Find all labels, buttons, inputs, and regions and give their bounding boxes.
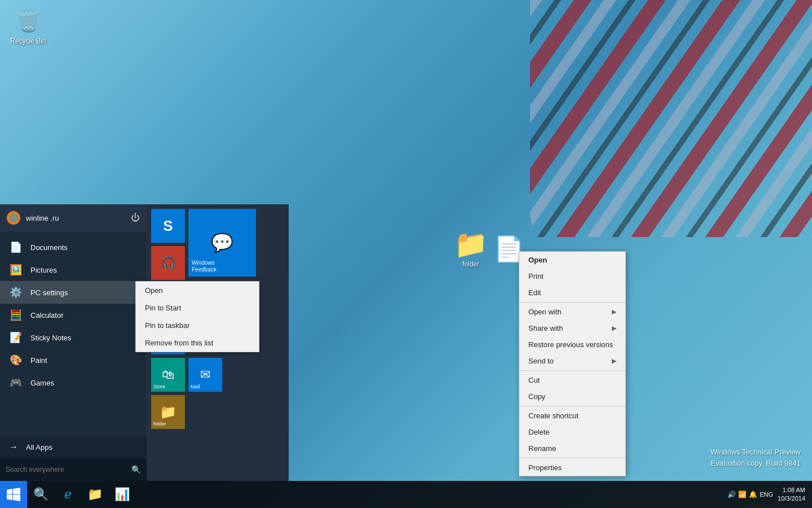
fcm-send-to[interactable]: Send to ▶ xyxy=(519,353,625,369)
battery-icon[interactable]: 🔔 xyxy=(749,491,757,498)
tile-mail[interactable]: ✉ Mail xyxy=(188,358,222,392)
open-with-arrow: ▶ xyxy=(612,308,616,316)
clock-date: 10/3/2014 xyxy=(778,494,805,503)
explorer-icon: 📁 xyxy=(87,487,103,502)
tile-feedback-label: WindowsFeedback xyxy=(192,260,217,273)
fcm-properties[interactable]: Properties xyxy=(519,459,625,476)
documents-icon: 📄 xyxy=(9,240,23,254)
tiles-row-1: S 🎧 💬 WindowsFeedback xyxy=(151,209,284,280)
fcm-share-with[interactable]: Share with ▶ xyxy=(519,320,625,336)
start-username: winline .ru xyxy=(26,214,125,222)
system-icons: 🔊 📶 🔔 ENG xyxy=(727,491,773,498)
taskbar-notification-area: 🔊 📶 🔔 ENG 1:08 AM 10/3/2014 xyxy=(727,486,812,503)
folder-emoji: 📁 xyxy=(454,229,488,260)
calculator-icon: 🧮 xyxy=(9,308,23,322)
all-apps-arrow: → xyxy=(9,442,18,452)
all-apps-label: All Apps xyxy=(26,443,52,452)
fcm-open[interactable]: Open xyxy=(519,252,625,268)
cm-remove[interactable]: Remove from this list xyxy=(136,334,259,352)
tile-store[interactable]: 🛍 Store xyxy=(151,358,185,392)
tiles-row-3: 🛍 Store ✉ Mail xyxy=(151,358,284,392)
search-icon[interactable]: 🔍 xyxy=(131,465,141,474)
nav-item-sticky-notes[interactable]: 📝 Sticky Notes xyxy=(0,326,147,349)
fcm-copy[interactable]: Copy xyxy=(519,388,625,405)
sticky-notes-icon: 📝 xyxy=(9,331,23,344)
cm-pin-start[interactable]: Pin to Start xyxy=(136,299,259,317)
excel-icon: 📊 xyxy=(114,487,130,502)
watermark-line1: Windows Technical Preview xyxy=(710,446,801,458)
ie-icon: ℯ xyxy=(64,487,72,502)
taskbar-search-button[interactable]: 🔍 xyxy=(27,481,54,508)
nav-item-games[interactable]: 🎮 Games xyxy=(0,371,147,394)
nav-item-paint[interactable]: 🎨 Paint xyxy=(0,349,147,371)
volume-icon[interactable]: 📶 xyxy=(738,491,747,498)
fcm-sep3 xyxy=(519,406,625,406)
keyboard-icon[interactable]: ENG xyxy=(760,491,773,498)
send-to-arrow: ▶ xyxy=(612,357,616,365)
fcm-delete[interactable]: Delete xyxy=(519,424,625,440)
documents-label: Documents xyxy=(30,243,68,252)
watermark: Windows Technical Preview Evaluation cop… xyxy=(710,446,801,468)
user-icon: 🌐 xyxy=(7,211,20,225)
paint-icon: 🎨 xyxy=(9,353,23,367)
file-context-menu: Open Print Edit Open with ▶ Share with ▶… xyxy=(519,251,626,476)
recycle-bin-icon[interactable]: 🗑️ Recycle Bin xyxy=(6,6,51,47)
start-nav-items: 📄 Documents 🖼️ Pictures ⚙️ PC settings O… xyxy=(0,231,147,436)
games-label: Games xyxy=(30,379,54,387)
tile-headphones[interactable]: 🎧 xyxy=(151,246,185,280)
games-icon: 🎮 xyxy=(9,376,23,389)
fcm-create-shortcut[interactable]: Create shortcut xyxy=(519,408,625,424)
taskbar-clock[interactable]: 1:08 AM 10/3/2014 xyxy=(778,486,805,503)
all-apps-button[interactable]: → All Apps xyxy=(0,436,147,458)
windows-logo-icon xyxy=(7,488,20,501)
fcm-print[interactable]: Print xyxy=(519,268,625,284)
nav-item-calculator[interactable]: 🧮 Calculator xyxy=(0,304,147,326)
tile-folder-label: folder xyxy=(153,421,166,427)
pc-settings-icon: ⚙️ xyxy=(9,286,23,299)
nav-item-pictures[interactable]: 🖼️ Pictures xyxy=(0,259,147,281)
stripe-decoration xyxy=(530,0,812,237)
taskbar-excel-button[interactable]: 📊 xyxy=(108,481,135,508)
cm-pin-taskbar[interactable]: Pin to taskbar xyxy=(136,317,259,334)
fcm-open-with[interactable]: Open with ▶ xyxy=(519,304,625,320)
start-button[interactable] xyxy=(0,481,27,508)
paint-label: Paint xyxy=(30,356,47,365)
search-input[interactable] xyxy=(6,466,127,474)
clock-time: 1:08 AM xyxy=(778,486,805,494)
share-with-arrow: ▶ xyxy=(612,325,616,332)
fcm-sep1 xyxy=(519,302,625,303)
pictures-icon: 🖼️ xyxy=(9,263,23,277)
nav-item-documents[interactable]: 📄 Documents xyxy=(0,236,147,259)
taskbar-ie-button[interactable]: ℯ xyxy=(54,481,81,508)
fcm-edit[interactable]: Edit xyxy=(519,284,625,301)
sticky-notes-label: Sticky Notes xyxy=(30,334,71,342)
fcm-sep4 xyxy=(519,458,625,458)
start-menu-left: 🌐 winline .ru ⏻ 📄 Documents 🖼️ Pictures … xyxy=(0,204,147,481)
folder-label: folder xyxy=(462,260,479,268)
start-search[interactable]: 🔍 xyxy=(0,458,147,481)
start-context-menu: Open Pin to Start Pin to taskbar Remove … xyxy=(135,281,259,352)
nav-item-pc-settings[interactable]: ⚙️ PC settings Open Pin to Start Pin to … xyxy=(0,281,147,304)
pc-settings-label: PC settings xyxy=(30,288,68,297)
network-icon[interactable]: 🔊 xyxy=(727,491,736,498)
taskbar: 🔍 ℯ 📁 📊 🔊 📶 🔔 ENG 1:08 AM 10/3/2014 xyxy=(0,481,812,508)
tile-feedback[interactable]: 💬 WindowsFeedback xyxy=(188,209,256,277)
recycle-bin-image: 🗑️ xyxy=(15,8,42,35)
cm-open[interactable]: Open xyxy=(136,282,259,299)
calculator-label: Calculator xyxy=(30,311,64,319)
tiles-row-4: 📁 folder xyxy=(151,395,284,429)
pictures-label: Pictures xyxy=(30,266,57,274)
start-menu: 🌐 winline .ru ⏻ 📄 Documents 🖼️ Pictures … xyxy=(0,204,289,481)
tile-skype[interactable]: S xyxy=(151,209,185,243)
watermark-line2: Evaluation copy. Build 9841 xyxy=(710,458,801,469)
tile-folder[interactable]: 📁 folder xyxy=(151,395,185,429)
taskbar-explorer-button[interactable]: 📁 xyxy=(81,481,108,508)
fcm-sep2 xyxy=(519,370,625,371)
power-button[interactable]: ⏻ xyxy=(131,213,140,223)
desktop: 🗑️ Recycle Bin 📁 folder 📄 Windows Techni… xyxy=(0,0,812,508)
fcm-cut[interactable]: Cut xyxy=(519,372,625,388)
search-icon: 🔍 xyxy=(33,487,48,502)
fcm-restore[interactable]: Restore previous versions xyxy=(519,336,625,353)
start-user-bar: 🌐 winline .ru ⏻ xyxy=(0,204,147,231)
fcm-rename[interactable]: Rename xyxy=(519,440,625,457)
